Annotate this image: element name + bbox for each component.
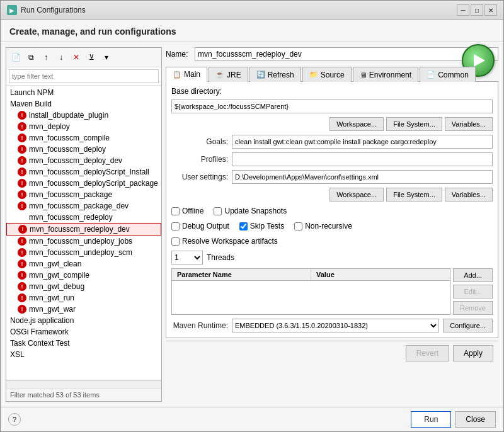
goals-label: Goals:: [171, 137, 228, 146]
name-input[interactable]: [195, 47, 498, 61]
tree-item-mvn-focusscm-deploy-dev[interactable]: ! mvn_focusscm_deploy_dev: [6, 155, 161, 166]
item-label: install_dbupdate_plugin: [29, 111, 108, 120]
tree-item-mvn-focusscm-undeploy-jobs[interactable]: ! mvn_focusscm_undeploy_jobs: [6, 236, 161, 247]
tree-item-mvn-focusscm-deployscript-install[interactable]: ! mvn_focusscm_deployScript_Install: [6, 166, 161, 178]
edit-button[interactable]: Edit...: [453, 285, 493, 298]
apply-button[interactable]: Apply: [453, 345, 493, 361]
goals-input[interactable]: [232, 135, 493, 149]
window-subtitle: Create, manage, and run configurations: [1, 20, 503, 42]
delete-button[interactable]: ✕: [69, 50, 83, 64]
revert-button[interactable]: Revert: [406, 345, 449, 361]
workspace-button-2[interactable]: Workspace...: [329, 188, 384, 202]
run-configurations-window: ▶ Run Configurations ─ □ ✕ Create, manag…: [0, 0, 504, 432]
close-button[interactable]: ✕: [484, 4, 497, 16]
offline-label: Offline: [182, 207, 203, 215]
add-button[interactable]: Add...: [453, 268, 493, 282]
item-label: mvn_gwt_debug: [29, 282, 84, 291]
item-label: mvn_focusscm_redeploy_dev: [30, 225, 130, 234]
tree-item-mvn-gwt-clean[interactable]: ! mvn_gwt_clean: [6, 258, 161, 270]
tree-item-mvn-focusscm-compile[interactable]: ! mvn_focusscm_compile: [6, 132, 161, 144]
profiles-input[interactable]: [232, 152, 493, 166]
tree-item-install-dbupdate[interactable]: ! install_dbupdate_plugin: [6, 110, 161, 121]
tree-area: Launch NPM Maven Build ! install_dbupdat…: [6, 86, 161, 380]
tree-item-mvn-focusscm-package[interactable]: ! mvn_focusscm_package: [6, 189, 161, 200]
update-snapshots-input[interactable]: [214, 207, 222, 215]
error-icon: !: [18, 293, 26, 302]
item-label: mvn_focusscm_deployScript_Install: [29, 168, 149, 176]
tree-item-mvn-gwt-compile[interactable]: ! mvn_gwt_compile: [6, 270, 161, 281]
offline-checkbox[interactable]: Offline: [171, 207, 203, 215]
configure-button[interactable]: Configure...: [443, 319, 493, 333]
tree-item-mvn-focusscm-deployscript-package[interactable]: ! mvn_focusscm_deployScript_package: [6, 178, 161, 189]
footer-buttons: Revert Apply: [166, 341, 498, 365]
base-dir-label: Base directory:: [171, 87, 493, 96]
filter-input[interactable]: [9, 69, 159, 83]
variables-button-2[interactable]: Variables...: [445, 188, 493, 202]
export-button[interactable]: ↑: [39, 50, 53, 64]
debug-output-checkbox[interactable]: Debug Output: [171, 222, 229, 230]
tree-item-task-context[interactable]: Task Context Test: [6, 338, 161, 349]
tree-item-launch-npm[interactable]: Launch NPM: [6, 87, 161, 98]
tab-main[interactable]: 📋 Main: [166, 67, 207, 82]
right-panel: Name: 📋 Main ☕ JRE 🔄 Refresh: [166, 47, 498, 402]
update-snapshots-checkbox[interactable]: Update Snapshots: [214, 207, 287, 215]
tree-item-osgi[interactable]: OSGi Framework: [6, 326, 161, 338]
resolve-workspace-checkbox[interactable]: Resolve Workspace artifacts: [171, 237, 278, 246]
tree-item-xsl[interactable]: XSL: [6, 349, 161, 360]
tree-item-mvn-focusscm-undeploy-scm[interactable]: ! mvn_focusscm_undeploy_scm: [6, 247, 161, 258]
duplicate-button[interactable]: ⧉: [24, 50, 38, 64]
non-recursive-checkbox[interactable]: Non-recursive: [294, 222, 352, 230]
tree-item-mvn-deploy[interactable]: ! mvn_deploy: [6, 121, 161, 132]
debug-output-input[interactable]: [171, 222, 180, 230]
tab-common[interactable]: 📄 Common: [420, 67, 476, 82]
filesystem-button-1[interactable]: File System...: [386, 117, 442, 131]
dropdown-button[interactable]: ▾: [100, 50, 113, 64]
tab-jre[interactable]: ☕ JRE: [209, 67, 248, 82]
filesystem-button-2[interactable]: File System...: [386, 188, 442, 202]
base-directory-input[interactable]: [171, 99, 493, 113]
tab-source[interactable]: 📁 Source: [302, 67, 352, 82]
help-button[interactable]: ?: [8, 413, 21, 426]
common-tab-icon: 📄: [427, 71, 435, 79]
non-recursive-input[interactable]: [294, 222, 302, 230]
offline-checkbox-input[interactable]: [171, 207, 180, 215]
tree-item-mvn-focusscm-package-dev[interactable]: ! mvn_focusscm_package_dev: [6, 200, 161, 212]
item-label: mvn_focusscm_redeploy: [29, 213, 113, 222]
table-header: Parameter Name Value: [172, 269, 450, 281]
horizontal-scrollbar[interactable]: [6, 380, 161, 388]
filter-button[interactable]: ⊻: [84, 50, 98, 64]
workspace-button-1[interactable]: Workspace...: [329, 117, 384, 131]
resolve-workspace-input[interactable]: [171, 237, 180, 246]
item-label: mvn_deploy: [29, 122, 70, 131]
error-icon: !: [18, 225, 27, 234]
tree-item-mvn-gwt-run[interactable]: ! mvn_gwt_run: [6, 292, 161, 304]
title-bar-left: ▶ Run Configurations: [7, 5, 86, 15]
update-snapshots-label: Update Snapshots: [224, 207, 287, 215]
skip-tests-checkbox[interactable]: Skip Tests: [239, 222, 284, 230]
threads-select[interactable]: 124: [171, 251, 203, 264]
source-tab-icon: 📁: [309, 71, 318, 79]
skip-tests-input[interactable]: [239, 222, 248, 230]
tree-item-mvn-focusscm-deploy[interactable]: ! mvn_focusscm_deploy: [6, 144, 161, 155]
maximize-button[interactable]: □: [471, 4, 483, 16]
remove-button[interactable]: Remove: [453, 301, 493, 315]
tree-item-maven-build[interactable]: Maven Build: [6, 98, 161, 110]
close-button[interactable]: Close: [455, 411, 496, 428]
user-settings-input[interactable]: [232, 170, 493, 184]
tab-environment[interactable]: 🖥 Environment: [353, 67, 418, 82]
tree-item-mvn-gwt-debug[interactable]: ! mvn_gwt_debug: [6, 281, 161, 292]
import-button[interactable]: ↓: [54, 50, 68, 64]
run-button[interactable]: Run: [411, 411, 451, 428]
tree-item-mvn-focusscm-redeploy[interactable]: mvn_focusscm_redeploy: [6, 212, 161, 223]
new-config-button[interactable]: 📄: [9, 50, 23, 64]
tree-item-nodejs[interactable]: Node.js application: [6, 315, 161, 326]
minimize-button[interactable]: ─: [457, 4, 469, 16]
profiles-row: Profiles:: [171, 152, 493, 166]
tree-item-mvn-gwt-war[interactable]: ! mvn_gwt_war: [6, 304, 161, 315]
environment-tab-icon: 🖥: [360, 71, 367, 79]
user-settings-label: User settings:: [171, 173, 228, 181]
maven-runtime-select[interactable]: EMBEDDED (3.6.3/1.15.0.20200310-1832): [232, 319, 439, 333]
tab-refresh[interactable]: 🔄 Refresh: [249, 67, 301, 82]
tree-item-mvn-focusscm-redeploy-dev[interactable]: ! mvn_focusscm_redeploy_dev: [6, 223, 161, 236]
variables-button-1[interactable]: Variables...: [445, 117, 493, 131]
